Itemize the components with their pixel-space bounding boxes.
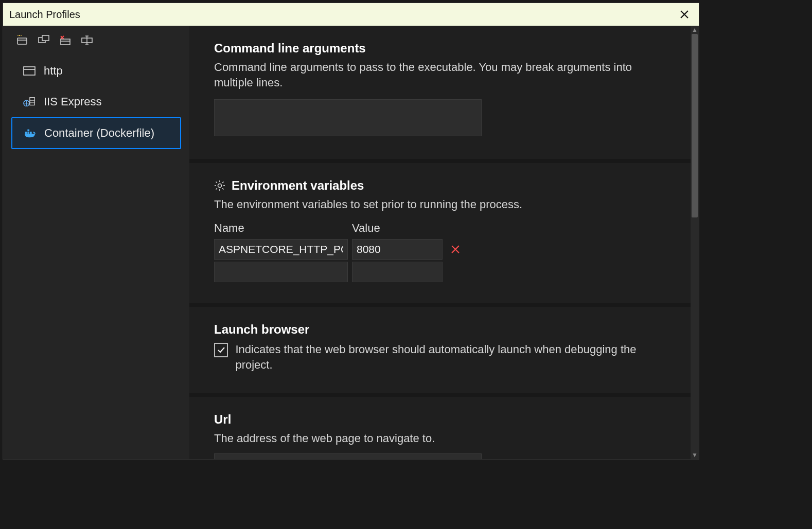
env-name-input-empty[interactable] [214, 262, 348, 282]
svg-rect-14 [25, 132, 27, 134]
sidebar: http IIS Express [3, 26, 189, 459]
env-value-input[interactable] [352, 239, 443, 260]
env-row [214, 239, 666, 260]
dialog-body: http IIS Express [3, 26, 699, 459]
svg-rect-15 [27, 132, 29, 134]
launch-profiles-dialog: Launch Profiles [3, 3, 699, 460]
gear-icon [214, 180, 225, 191]
dialog-title: Launch Profiles [9, 9, 80, 21]
iis-icon [23, 96, 36, 108]
scroll-pane: Command line arguments Command line argu… [189, 26, 691, 459]
env-header-name: Name [214, 222, 348, 235]
new-profile-button[interactable] [16, 34, 29, 46]
env-header: Name Value [214, 220, 666, 237]
svg-line-23 [216, 182, 217, 183]
svg-line-25 [222, 182, 223, 183]
close-button[interactable] [676, 9, 693, 20]
svg-line-26 [216, 189, 217, 190]
section-description: The address of the web page to navigate … [214, 431, 666, 446]
scroll-thumb[interactable] [692, 34, 698, 217]
section-title: Command line arguments [214, 41, 366, 56]
content-area: Command line arguments Command line argu… [189, 26, 699, 459]
section-title: Environment variables [232, 178, 364, 193]
svg-line-24 [222, 189, 223, 190]
svg-rect-8 [24, 67, 35, 75]
profile-label: IIS Express [44, 95, 101, 108]
scroll-track[interactable] [691, 34, 699, 451]
delete-profile-button[interactable] [60, 34, 72, 46]
section-title: Launch browser [214, 322, 309, 337]
profile-list: http IIS Express [3, 53, 189, 151]
titlebar: Launch Profiles [3, 3, 699, 26]
section-launch-browser: Launch browser Indicates that the web br… [189, 307, 691, 397]
svg-rect-16 [30, 132, 32, 134]
vertical-scrollbar[interactable]: ▲ ▼ [691, 26, 699, 459]
docker-icon [24, 127, 36, 139]
url-input[interactable] [214, 453, 482, 459]
section-description: Command line arguments to pass to the ex… [214, 60, 666, 90]
command-line-args-input[interactable] [214, 99, 482, 136]
rename-profile-button[interactable] [81, 34, 94, 46]
svg-rect-17 [27, 130, 29, 132]
profile-item-iis-express[interactable]: IIS Express [11, 86, 181, 117]
duplicate-profile-button[interactable] [38, 34, 50, 46]
svg-rect-3 [42, 35, 49, 41]
svg-rect-11 [30, 98, 34, 105]
sidebar-toolbar [3, 29, 189, 53]
section-title: Url [214, 412, 231, 427]
profile-label: Container (Dockerfile) [44, 126, 154, 140]
window-icon [23, 65, 36, 77]
section-description: The environment variables to set prior t… [214, 197, 666, 212]
launch-browser-checkbox[interactable] [214, 343, 228, 357]
env-header-value: Value [352, 222, 443, 235]
delete-row-button[interactable] [447, 245, 464, 254]
section-environment-variables: Environment variables The environment va… [189, 163, 691, 307]
profile-item-container-dockerfile[interactable]: Container (Dockerfile) [11, 117, 181, 149]
env-name-input[interactable] [214, 239, 348, 260]
profile-item-http[interactable]: http [11, 56, 181, 86]
svg-rect-4 [61, 39, 70, 45]
section-url: Url The address of the web page to navig… [189, 397, 691, 459]
launch-browser-label: Indicates that the web browser should au… [235, 342, 666, 372]
env-var-table: Name Value [214, 220, 666, 282]
scroll-up-button[interactable]: ▲ [692, 26, 698, 34]
profile-label: http [44, 64, 63, 78]
env-row-empty [214, 262, 666, 282]
scroll-down-button[interactable]: ▼ [692, 451, 698, 459]
svg-point-18 [218, 184, 222, 188]
env-value-input-empty[interactable] [352, 262, 443, 282]
section-command-line-arguments: Command line arguments Command line argu… [189, 26, 691, 163]
svg-rect-0 [17, 38, 27, 44]
